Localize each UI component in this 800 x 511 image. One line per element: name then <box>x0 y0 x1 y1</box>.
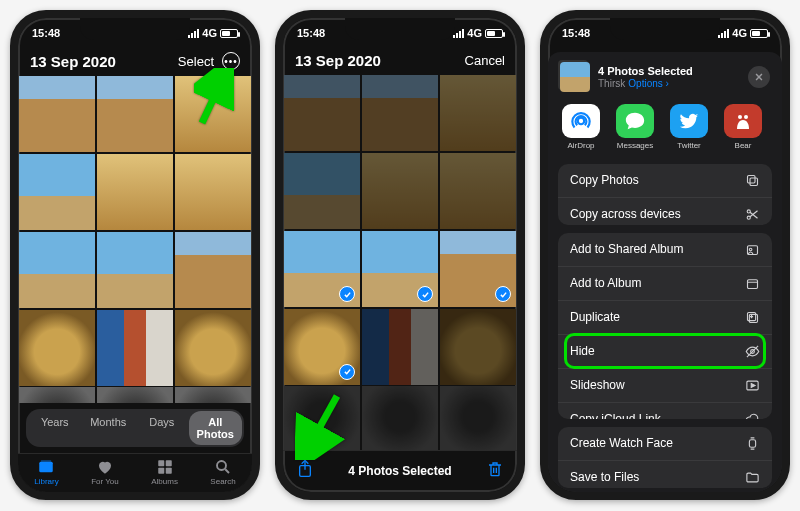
battery-icon <box>220 29 238 38</box>
carrier-label: 4G <box>732 27 747 39</box>
row-label: Save to Files <box>570 470 639 484</box>
svg-rect-19 <box>750 178 758 186</box>
select-button[interactable]: Select <box>178 54 214 69</box>
eye-slash-icon <box>745 344 760 359</box>
close-button[interactable] <box>748 66 770 88</box>
photo-thumb[interactable] <box>19 387 95 403</box>
photo-thumb-selected[interactable] <box>362 231 438 307</box>
status-right: 4G <box>188 27 238 39</box>
photo-thumb[interactable] <box>19 154 95 230</box>
photo-thumb[interactable] <box>175 310 251 386</box>
action-copy-photos[interactable]: Copy Photos <box>558 164 772 198</box>
share-app-bear[interactable]: Bear <box>722 104 764 150</box>
photo-thumb[interactable] <box>362 75 438 151</box>
svg-point-21 <box>747 209 750 212</box>
watch-icon <box>745 436 760 451</box>
photo-thumb[interactable] <box>19 232 95 308</box>
close-icon <box>754 72 764 82</box>
app-label: AirDrop <box>567 141 594 150</box>
photo-thumb[interactable] <box>175 76 251 152</box>
row-label: Slideshow <box>570 378 625 392</box>
view-segmented-control[interactable]: Years Months Days All Photos <box>26 409 244 447</box>
folder-icon <box>745 470 760 485</box>
photo-thumb[interactable] <box>284 386 360 450</box>
segment-all-photos[interactable]: All Photos <box>189 411 243 445</box>
action-copy-icloud[interactable]: Copy iCloud Link <box>558 403 772 419</box>
action-add-shared-album[interactable]: Add to Shared Album <box>558 233 772 267</box>
share-options-link[interactable]: Options › <box>628 78 669 89</box>
tab-library[interactable]: Library <box>34 458 58 486</box>
heart-icon <box>96 458 114 476</box>
notch <box>610 18 720 40</box>
search-icon <box>214 458 232 476</box>
row-label: Duplicate <box>570 310 620 324</box>
svg-rect-0 <box>40 462 54 473</box>
photo-thumb[interactable] <box>175 154 251 230</box>
notch <box>345 18 455 40</box>
check-icon <box>495 286 511 302</box>
photo-thumb[interactable] <box>97 232 173 308</box>
photo-thumb[interactable] <box>362 153 438 229</box>
share-sheet-header: 4 Photos Selected Thirsk Options › <box>548 52 782 98</box>
share-app-messages[interactable]: Messages <box>614 104 656 150</box>
date-title: 13 Sep 2020 <box>30 53 116 70</box>
tab-albums[interactable]: Albums <box>151 458 178 486</box>
photo-thumb[interactable] <box>175 232 251 308</box>
share-app-row[interactable]: AirDrop Messages Twitter Bear <box>548 98 782 160</box>
share-button[interactable] <box>297 459 313 482</box>
action-copy-across[interactable]: Copy across devices <box>558 198 772 225</box>
share-group-1: Copy Photos Copy across devices <box>558 164 772 225</box>
photo-thumb[interactable] <box>440 75 516 151</box>
svg-point-26 <box>749 248 752 251</box>
row-label: Copy iCloud Link <box>570 412 661 419</box>
photo-thumb[interactable] <box>362 309 438 385</box>
share-location: Thirsk <box>598 78 625 89</box>
action-add-album[interactable]: Add to Album <box>558 267 772 301</box>
share-app-twitter[interactable]: Twitter <box>668 104 710 150</box>
photo-thumb[interactable] <box>284 75 360 151</box>
app-label: Messages <box>617 141 653 150</box>
action-save-files[interactable]: Save to Files <box>558 461 772 488</box>
phone-library: 15:48 4G 13 Sep 2020 Select ••• Years Mo… <box>10 10 260 500</box>
photo-thumb[interactable] <box>97 154 173 230</box>
photo-grid[interactable] <box>283 75 517 450</box>
photo-grid[interactable] <box>18 76 252 403</box>
photo-thumb[interactable] <box>97 387 173 403</box>
share-app-airdrop[interactable]: AirDrop <box>560 104 602 150</box>
photo-thumb[interactable] <box>362 386 438 450</box>
photo-thumb[interactable] <box>97 76 173 152</box>
photo-thumb-selected[interactable] <box>284 309 360 385</box>
photos-header: 13 Sep 2020 Cancel <box>283 48 517 75</box>
photo-thumb[interactable] <box>19 76 95 152</box>
segment-days[interactable]: Days <box>135 411 189 445</box>
tab-search[interactable]: Search <box>210 458 235 486</box>
battery-icon <box>485 29 503 38</box>
play-rect-icon <box>745 378 760 393</box>
photo-thumb[interactable] <box>97 310 173 386</box>
photo-thumb[interactable] <box>440 153 516 229</box>
photo-thumb[interactable] <box>284 153 360 229</box>
photo-thumb-selected[interactable] <box>440 231 516 307</box>
svg-rect-3 <box>165 460 171 466</box>
library-icon <box>37 458 55 476</box>
check-icon <box>417 286 433 302</box>
photo-thumb[interactable] <box>440 386 516 450</box>
cancel-button[interactable]: Cancel <box>465 53 505 68</box>
segment-months[interactable]: Months <box>82 411 136 445</box>
photo-thumb[interactable] <box>19 310 95 386</box>
tab-for-you[interactable]: For You <box>91 458 119 486</box>
action-hide[interactable]: Hide <box>558 335 772 369</box>
photo-thumb-selected[interactable] <box>284 231 360 307</box>
action-duplicate[interactable]: Duplicate <box>558 301 772 335</box>
action-watch-face[interactable]: Create Watch Face <box>558 427 772 461</box>
action-slideshow[interactable]: Slideshow <box>558 369 772 403</box>
delete-button[interactable] <box>487 460 503 481</box>
segment-years[interactable]: Years <box>28 411 82 445</box>
more-icon[interactable]: ••• <box>222 52 240 70</box>
photo-thumb[interactable] <box>175 387 251 403</box>
status-time: 15:48 <box>297 27 325 39</box>
photo-thumb[interactable] <box>440 309 516 385</box>
tab-bar: Library For You Albums Search <box>18 453 252 492</box>
svg-rect-2 <box>158 460 164 466</box>
share-sheet: 4 Photos Selected Thirsk Options › AirDr… <box>548 52 782 492</box>
